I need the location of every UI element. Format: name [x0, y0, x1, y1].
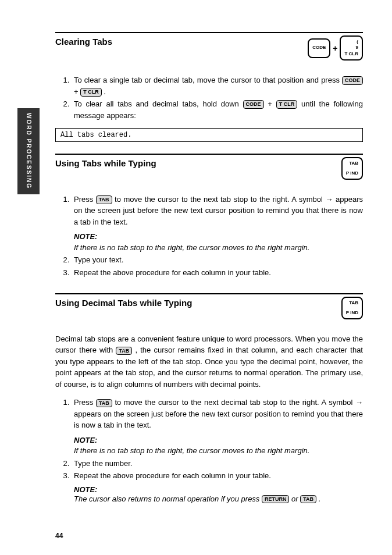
step-1: Press TAB to move the cursor to the next… [72, 194, 363, 253]
text: Press [74, 195, 96, 204]
step-2: To clear all tabs and decimal tabs, hold… [72, 98, 363, 121]
text: . [104, 87, 106, 96]
section-3-note-2: NOTE: The cursor also returns to normal … [74, 485, 363, 504]
key-combo-code-tclr: CODE + ( 9 T CLR [308, 35, 363, 61]
step-3: Repeat the above procedure for each colu… [72, 267, 363, 279]
key-label-bot: P IND [346, 310, 358, 316]
section-3-header: Using Decimal Tabs while Typing TAB P IN… [55, 297, 363, 319]
note-label: NOTE: [74, 435, 363, 446]
key-code: CODE [308, 38, 330, 58]
step-2: Type the number. [72, 458, 363, 469]
section-2-title: Using Tabs while Typing [55, 157, 156, 168]
key-tab-pind: TAB P IND [341, 297, 363, 319]
section-3-intro: Decimal tab stops are a convenient featu… [55, 333, 363, 390]
key-tclr-inline: T CLR [80, 88, 102, 97]
key-tab-inline: TAB [96, 195, 112, 204]
rule [55, 293, 363, 294]
text: to move the cursor to the next tab stop … [115, 195, 325, 204]
text: or [291, 494, 300, 503]
note-text: If there is no tab stop to the right, th… [74, 446, 363, 456]
text: To clear a single tab or decimal tab, mo… [74, 76, 342, 84]
key-label-top: TAB [346, 300, 358, 306]
step-3: Repeat the above procedure for each colu… [72, 470, 363, 482]
key-label: CODE [312, 45, 326, 51]
step-2: Type your text. [72, 254, 363, 266]
key-label-bot: P IND [346, 170, 358, 176]
text: Press [74, 398, 96, 407]
section-2-header: Using Tabs while Typing TAB P IND [55, 157, 363, 180]
note-label: NOTE: [74, 231, 363, 243]
arrow-icon: → [325, 195, 333, 204]
key-tab-inline: TAB [116, 347, 132, 355]
section-2-steps: Press TAB to move the cursor to the next… [55, 194, 363, 278]
rule [55, 32, 363, 33]
plus-icon: + [333, 44, 337, 53]
key-tab-pind: TAB P IND [341, 157, 363, 180]
key-tab-inline: TAB [300, 495, 316, 504]
text: + [74, 87, 80, 96]
key-9-tclr: ( 9 T CLR [340, 35, 363, 61]
key-code-inline: CODE [243, 100, 264, 109]
page-content: Clearing Tabs CODE + ( 9 T CLR To clear … [0, 0, 392, 522]
step-1: To clear a single tab or decimal tab, mo… [72, 74, 363, 97]
key-label-mid: 9 [344, 45, 358, 51]
section-1-header: Clearing Tabs CODE + ( 9 T CLR [55, 35, 363, 61]
key-code-inline: CODE [342, 76, 363, 85]
section-3-title: Using Decimal Tabs while Typing [55, 297, 192, 308]
section-3-steps: Press TAB to move the cursor to the next… [55, 397, 363, 481]
rule [55, 154, 363, 155]
text: to move the cursor to the next decimal t… [115, 398, 355, 407]
note-text: If there is no tab stop to the right, th… [74, 243, 363, 253]
text: + [268, 99, 276, 108]
key-label-top: TAB [346, 161, 358, 166]
key-label-top: ( [344, 39, 358, 45]
note-label: NOTE: [74, 485, 363, 494]
text: appears on the screen just before the ne… [74, 410, 363, 430]
key-return-inline: RETURN [262, 495, 290, 504]
message-box: All tabs cleared. [55, 128, 363, 142]
key-label-bot: T CLR [344, 51, 358, 57]
text: . [319, 494, 321, 503]
text: To clear all tabs and decimal tabs, hold… [74, 99, 243, 108]
text: The cursor also returns to normal operat… [74, 494, 262, 503]
section-1-steps: To clear a single tab or decimal tab, mo… [55, 74, 363, 121]
key-tab-inline: TAB [96, 399, 112, 408]
note-text: The cursor also returns to normal operat… [74, 494, 363, 504]
page-number: 44 [55, 532, 63, 540]
step-1: Press TAB to move the cursor to the next… [72, 397, 363, 456]
arrow-icon: → [355, 398, 363, 407]
section-1-title: Clearing Tabs [55, 35, 112, 47]
key-tclr-inline: T CLR [276, 100, 298, 109]
